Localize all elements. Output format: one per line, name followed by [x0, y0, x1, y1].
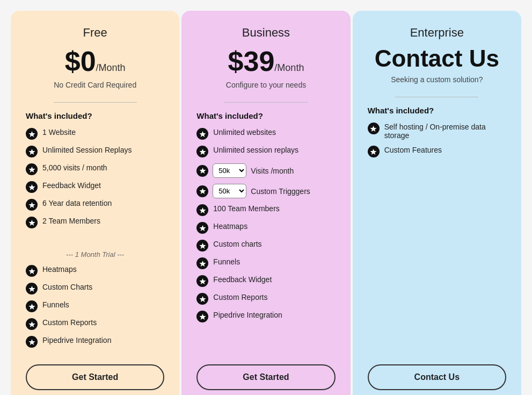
feature-text: Funnels: [42, 300, 69, 309]
list-item: Custom Features: [368, 146, 506, 157]
business-plan-subtitle: Configure to your needs: [196, 81, 335, 89]
list-item: Custom Charts: [26, 283, 164, 295]
svg-marker-10: [28, 339, 35, 344]
list-item: Custom Reports: [26, 318, 164, 330]
enterprise-plan-name: Enterprise: [368, 26, 506, 40]
svg-marker-21: [199, 313, 206, 319]
feature-text: 6 Year data retention: [42, 199, 112, 207]
svg-marker-15: [199, 207, 206, 213]
pricing-container: Free $0/Month No Credit Card Required Wh…: [11, 11, 521, 395]
free-divider: [54, 102, 137, 103]
feature-text: Unlimited websites: [213, 128, 276, 137]
feature-text: Pipedrive Integration: [42, 336, 111, 344]
svg-marker-9: [28, 321, 35, 327]
star-icon: [26, 181, 38, 193]
list-item: 6 Year data retention: [26, 199, 164, 211]
visits-select[interactable]: 50k 100k 200k: [213, 163, 246, 178]
svg-marker-3: [28, 184, 35, 190]
list-item: Heatmaps: [196, 222, 335, 234]
business-whats-included: What's included?: [196, 111, 335, 120]
enterprise-divider: [395, 97, 478, 97]
svg-marker-0: [28, 131, 35, 137]
feature-text: Custom Features: [384, 146, 442, 154]
list-item: Pipedrive Integration: [196, 311, 335, 322]
star-icon: [196, 128, 208, 140]
business-plan-card: Business $39/Month Configure to your nee…: [181, 11, 350, 395]
star-icon: [196, 293, 208, 305]
star-icon: [26, 300, 38, 312]
feature-text: Heatmaps: [213, 222, 247, 231]
star-icon: [26, 146, 38, 157]
star-icon: [196, 204, 208, 216]
svg-marker-14: [199, 188, 206, 194]
svg-marker-5: [28, 219, 35, 225]
feature-text: Unlimited session replays: [213, 146, 298, 154]
triggers-select-row: 50k 100k 200k Custom Trigggers: [196, 184, 335, 198]
feature-text: Custom charts: [213, 240, 261, 248]
business-divider: [224, 102, 308, 103]
list-item: Unlimited session replays: [196, 146, 335, 157]
free-price-period: /Month: [96, 62, 126, 73]
feature-text: 1 Website: [42, 128, 76, 137]
list-item: Custom charts: [196, 240, 335, 252]
feature-text: Funnels: [213, 257, 240, 266]
list-item: 2 Team Members: [26, 217, 164, 228]
svg-marker-7: [28, 285, 35, 291]
list-item: Heatmaps: [26, 265, 164, 277]
enterprise-cta-button[interactable]: Contact Us: [368, 364, 506, 390]
star-icon: [26, 265, 38, 277]
star-icon: [196, 146, 208, 157]
svg-marker-1: [28, 148, 35, 154]
list-item: Feedback Widget: [196, 275, 335, 287]
star-icon: [26, 336, 38, 348]
free-cta-button[interactable]: Get Started: [26, 364, 164, 390]
feature-text: 2 Team Members: [42, 217, 100, 225]
visits-select-row: 50k 100k 200k Visits /month: [196, 163, 335, 178]
svg-marker-2: [28, 166, 35, 172]
free-trial-label: --- 1 Month Trial ---: [26, 250, 164, 258]
star-icon: [196, 240, 208, 252]
star-icon: [26, 283, 38, 295]
feature-text: 5,000 visits / month: [42, 163, 107, 172]
list-item: Funnels: [26, 300, 164, 312]
business-plan-price: $39/Month: [196, 45, 335, 77]
feature-text: Heatmaps: [42, 265, 77, 274]
svg-marker-6: [28, 268, 35, 274]
list-item: Self hosting / On-premise data storage: [368, 123, 506, 140]
free-price-amount: $0: [65, 46, 96, 77]
business-price-period: /Month: [274, 62, 304, 73]
feature-text: Custom Reports: [213, 293, 267, 301]
star-icon: [26, 199, 38, 211]
list-item: Custom Reports: [196, 293, 335, 305]
svg-marker-20: [199, 296, 206, 301]
list-item: Feedback Widget: [26, 181, 164, 193]
svg-marker-13: [199, 168, 206, 174]
star-icon: [196, 222, 208, 234]
feature-text: Custom Reports: [42, 318, 97, 327]
svg-marker-8: [28, 303, 35, 309]
list-item: 1 Website: [26, 128, 164, 140]
svg-marker-16: [199, 225, 206, 231]
star-icon: [368, 146, 380, 157]
enterprise-plan-subtitle: Seeking a custom solution?: [368, 75, 506, 84]
svg-marker-4: [28, 202, 35, 207]
feature-text: Self hosting / On-premise data storage: [384, 123, 506, 140]
list-item: 5,000 visits / month: [26, 163, 164, 175]
star-icon: [368, 123, 380, 134]
free-whats-included: What's included?: [26, 111, 164, 120]
star-icon: [26, 163, 38, 175]
list-item: Unlimited Session Replays: [26, 146, 164, 157]
free-plan-price: $0/Month: [26, 45, 164, 77]
business-cta-button[interactable]: Get Started: [196, 364, 335, 390]
svg-marker-18: [199, 260, 206, 266]
feature-text: Feedback Widget: [42, 181, 101, 190]
free-plan-card: Free $0/Month No Credit Card Required Wh…: [11, 11, 179, 395]
svg-marker-11: [199, 131, 206, 137]
feature-text: Custom Charts: [42, 283, 92, 291]
triggers-select[interactable]: 50k 100k 200k: [213, 184, 246, 198]
star-icon: [196, 257, 208, 269]
free-plan-subtitle: No Credit Card Required: [26, 81, 164, 89]
svg-marker-19: [199, 278, 206, 284]
visits-label: Visits /month: [251, 167, 294, 175]
list-item: Pipedrive Integration: [26, 336, 164, 348]
